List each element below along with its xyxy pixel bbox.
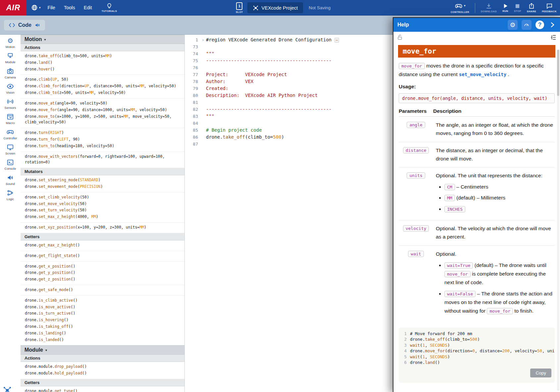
dashboard-icon[interactable] — [522, 20, 532, 30]
palette-snippet[interactable]: drone.module.hold_payload() — [21, 370, 184, 377]
example-line-number: 5 — [399, 354, 410, 360]
help-scrollbar[interactable] — [557, 50, 559, 391]
sidebar-item-macro[interactable]: Macro — [0, 113, 21, 128]
palette-snippet[interactable]: drone.is_hovering() — [21, 317, 184, 324]
menu-tools[interactable]: Tools — [60, 5, 79, 10]
palette-snippet[interactable]: drone.move_at(angle=90, velocity=50) — [21, 100, 184, 107]
palette-block: drone.turn(RIGHT)drone.turn_for(LEFT, 90… — [21, 128, 184, 152]
sidebar-item-motion[interactable]: ⚙ Motion — [0, 37, 21, 52]
palette-snippet[interactable]: drone.module.drop_payload() — [21, 364, 184, 370]
tutorials-button[interactable]: TUTORIALS — [102, 3, 117, 13]
palette-snippet[interactable]: drone.set_max_z_height(4000, MM) — [21, 214, 184, 220]
globe-icon — [31, 4, 38, 11]
palette-snippet[interactable]: drone.is_climb_active() — [21, 297, 184, 304]
download-button[interactable]: DOWNLOAD — [481, 3, 497, 13]
palette-snippet[interactable]: drone.is_turn_active() — [21, 310, 184, 317]
fold-gutter — [200, 92, 206, 99]
palette-snippet[interactable]: drone.set_movement_mode(PRECISION) — [21, 184, 184, 190]
code-icon — [9, 22, 15, 28]
description-cell: Optional. The velocity at which the dron… — [433, 225, 555, 241]
unlock-icon[interactable] — [397, 34, 403, 41]
palette-snippet[interactable]: drone.get_flight_state() — [21, 253, 184, 259]
palette-snippet[interactable]: drone.turn(RIGHT) — [21, 130, 184, 136]
speaker-icon[interactable] — [34, 22, 40, 28]
sidebar-item-console[interactable]: Console — [0, 158, 21, 174]
palette-snippet[interactable]: drone.turn_for(LEFT, 90) — [21, 136, 184, 143]
palette-snippet[interactable]: drone.climb(UP, 50) — [21, 76, 184, 83]
palette-section-header-module[interactable]: Module▾ — [21, 345, 184, 355]
chevron-down-icon[interactable]: ▾ — [464, 4, 466, 7]
palette-snippet[interactable]: drone.set_xyz_position(x=100, y=200, z=3… — [21, 224, 184, 231]
text-segment: The distance, as an integer or decimal, … — [436, 148, 543, 161]
drone-icon[interactable] — [3, 386, 12, 392]
stop-button[interactable]: STOP — [514, 3, 521, 13]
example-code-block: 1# Move forward for 200 mm2drone.take_of… — [399, 327, 555, 383]
example-line-text: drone.take_off(climb_to=500) — [410, 336, 480, 342]
run-button[interactable]: RUN — [502, 3, 508, 13]
palette-snippet[interactable]: drone.move_with_vectors(forward=0, right… — [21, 153, 184, 166]
palette-snippet[interactable]: drone.land() — [21, 60, 184, 66]
palette-snippet[interactable]: drone.is_move_active() — [21, 304, 184, 311]
example-line-number: 4 — [399, 348, 410, 354]
tutorials-label: TUTORIALS — [102, 10, 117, 13]
menu-file[interactable]: File — [43, 5, 60, 10]
controller-button[interactable]: ▾ CONTROLLER — [451, 2, 469, 14]
palette-snippet[interactable]: drone.hover() — [21, 66, 184, 73]
sidebar-item-vision[interactable]: Vision — [0, 82, 21, 98]
editor-line-text: """ — [206, 50, 214, 57]
slot-selector[interactable]: 1 SLOT — [236, 2, 243, 14]
help-topic-link[interactable]: set_move_velocity — [459, 72, 506, 77]
palette-block: drone.set_steering_mode(STANDARD)drone.s… — [21, 175, 184, 193]
code-tab-label: Code — [18, 22, 31, 28]
description-cell: The angle, as an integer or float, at wh… — [433, 121, 555, 138]
tab-code[interactable]: Code — [4, 20, 45, 30]
text-segment: (default) – The drone waits until — [473, 262, 546, 268]
inline-code-pill: move_for — [444, 271, 471, 277]
settings-icon[interactable]: ⚙ — [508, 20, 518, 30]
language-selector[interactable]: ▾ — [31, 4, 41, 11]
palette-snippet[interactable]: drone.set_steering_mode(STANDARD) — [21, 177, 184, 184]
palette-snippet[interactable]: drone.is_landing() — [21, 330, 184, 337]
sidebar-item-label: Motion — [6, 45, 15, 49]
indent-icon[interactable] — [550, 34, 557, 41]
palette-snippet[interactable]: drone.climb_to(z=500, units=MM, velocity… — [21, 90, 184, 96]
question-icon[interactable]: ? — [535, 21, 544, 29]
palette-snippet[interactable]: drone.get_y_position() — [21, 270, 184, 276]
copy-button[interactable]: Copy — [530, 369, 551, 377]
palette-snippet[interactable]: drone.move_for(angle=90, distance=1000, … — [21, 107, 184, 113]
palette-group-header: Getters — [21, 233, 184, 240]
sidebar-item-module[interactable]: Module — [0, 52, 21, 67]
palette-snippet[interactable]: drone.set_turn_velocity(50) — [21, 207, 184, 214]
palette-section-header-motion[interactable]: Motion▾ — [21, 35, 184, 44]
palette-snippet[interactable]: drone.is_landed() — [21, 337, 184, 343]
menu-edit[interactable]: Edit — [79, 5, 96, 10]
palette-snippet[interactable]: drone.get_max_z_height() — [21, 242, 184, 249]
palette-snippet[interactable]: drone.get_safe_mode() — [21, 287, 184, 293]
share-button[interactable]: SHARE — [527, 3, 536, 13]
palette-snippet[interactable]: drone.climb_for(direction=UP, distance=5… — [21, 83, 184, 90]
sidebar-item-sensors[interactable]: Sensors — [0, 98, 21, 113]
sidebar-item-sound[interactable]: Sound — [0, 174, 21, 189]
sidebar-item-screen[interactable]: Screen — [0, 143, 21, 158]
sidebar-item-label: Console — [5, 167, 16, 170]
project-name: VEXcode Project — [262, 5, 298, 11]
sidebar-item-controller[interactable]: Controller — [0, 128, 21, 143]
palette-snippet[interactable]: drone.turn_to(heading=180, velocity=50) — [21, 143, 184, 150]
sidebar-item-logic[interactable]: Logic — [0, 189, 21, 204]
collapse-panel-icon[interactable] — [549, 21, 556, 28]
project-name-button[interactable]: VEXcode Project — [247, 2, 303, 13]
palette-snippet[interactable]: drone.take_off(climb_to=500, units=MM) — [21, 53, 184, 60]
palette-snippet[interactable]: drone.set_climb_velocity(50) — [21, 194, 184, 201]
run-icon — [502, 3, 508, 9]
sidebar-item-camera[interactable]: Camera — [0, 67, 21, 82]
palette-snippet[interactable]: drone.module.get_type() — [21, 388, 184, 392]
fold-chevron-icon[interactable]: › — [200, 36, 206, 43]
folded-code-ellipsis[interactable]: ⋯ — [334, 38, 339, 43]
palette-snippet[interactable]: drone.move_to(x=1000, y=1000, z=500, uni… — [21, 113, 184, 126]
share-icon — [528, 3, 535, 9]
palette-snippet[interactable]: drone.is_taking_off() — [21, 324, 184, 330]
palette-snippet[interactable]: drone.get_x_position() — [21, 263, 184, 270]
palette-snippet[interactable]: drone.get_z_position() — [21, 276, 184, 283]
feedback-button[interactable]: FEEDBACK — [542, 3, 557, 13]
palette-snippet[interactable]: drone.set_move_velocity(50) — [21, 201, 184, 207]
